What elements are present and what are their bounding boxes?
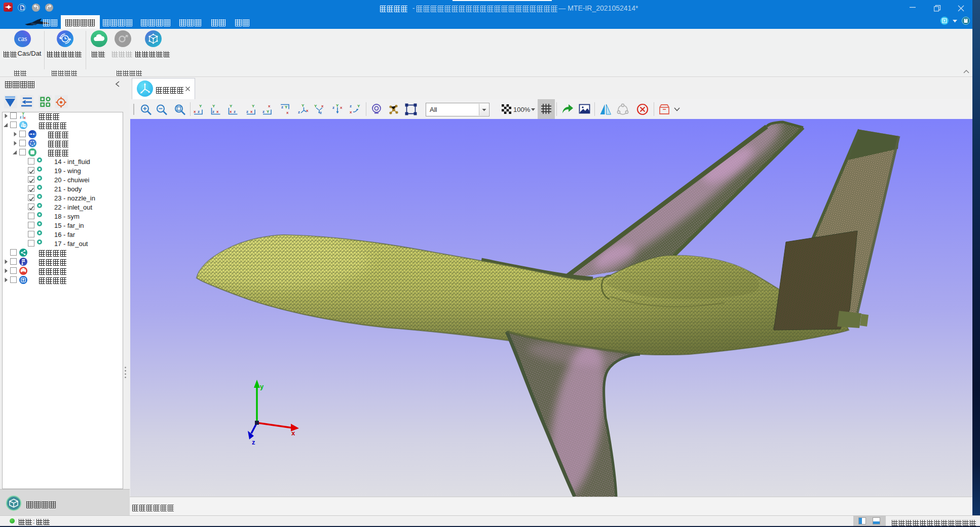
svg-text:y: y <box>260 383 264 390</box>
svg-text:z: z <box>246 109 248 114</box>
svg-text:Y: Y <box>230 104 233 108</box>
svg-text:Y: Y <box>199 104 202 108</box>
svg-text:z: z <box>350 104 352 108</box>
svg-text:z: z <box>20 115 22 119</box>
svg-text:Y: Y <box>267 109 270 114</box>
svg-text:z: z <box>198 109 200 114</box>
svg-text:x: x <box>250 109 253 114</box>
svg-text:x: x <box>194 109 196 114</box>
svg-text:x: x <box>24 115 26 120</box>
svg-text:z: z <box>212 109 214 114</box>
svg-text:Y: Y <box>22 112 25 115</box>
svg-text:Y: Y <box>357 104 360 108</box>
svg-text:x: x <box>306 108 309 113</box>
svg-text:z: z <box>332 105 334 110</box>
svg-text:z: z <box>298 110 300 114</box>
svg-text:Y: Y <box>285 105 288 109</box>
svg-text:x: x <box>340 105 343 110</box>
svg-text:z: z <box>252 438 255 446</box>
svg-text:x: x <box>291 429 295 437</box>
svg-text:z: z <box>320 110 322 115</box>
svg-text:Y: Y <box>336 103 339 108</box>
svg-text:x: x <box>286 110 289 115</box>
svg-text:z: z <box>281 105 283 109</box>
svg-text:Y: Y <box>212 104 215 108</box>
svg-text:z: z <box>262 109 265 114</box>
svg-text:x: x <box>268 104 271 108</box>
svg-text:x: x <box>321 104 324 108</box>
svg-text:x: x <box>216 109 219 114</box>
svg-text:Y: Y <box>252 104 255 108</box>
svg-text:z: z <box>234 109 236 114</box>
svg-text:Y: Y <box>314 104 317 108</box>
svg-text:x: x <box>350 110 352 114</box>
svg-text:Y: Y <box>301 103 305 108</box>
svg-text:x: x <box>230 109 232 114</box>
